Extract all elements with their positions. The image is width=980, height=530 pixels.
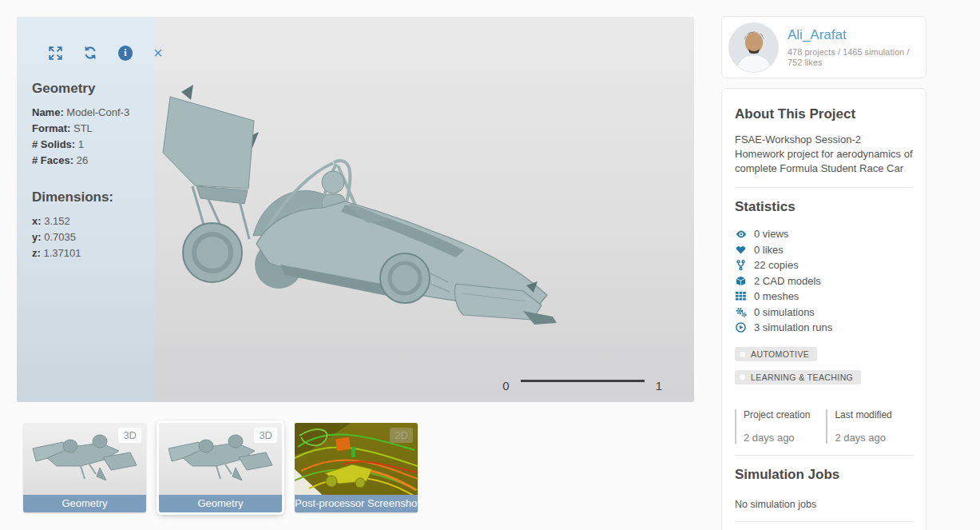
dim-x: x: 3.152 [32, 213, 154, 229]
thumbnail-geometry-2[interactable]: 3D Geometry [159, 423, 282, 512]
thumbnail-strip: 3D Geometry 3D Geometry [23, 423, 418, 512]
thumbnail-caption: Post-processor Screenshot [295, 495, 418, 512]
cube-icon [735, 276, 747, 286]
scale-bar: 0 1 [502, 379, 662, 393]
user-profile-card: Ali_Arafat 478 projects / 1465 simulatio… [721, 16, 926, 78]
front-wheel [380, 253, 430, 303]
badge-3d: 3D [254, 428, 277, 443]
wing-fin [181, 85, 193, 100]
thumbnail-postprocessor[interactable]: 2D Post-processor Screenshot [295, 423, 418, 512]
divider [735, 187, 913, 188]
refresh-icon[interactable] [83, 46, 97, 60]
field-faces: # Faces: 26 [32, 153, 154, 169]
stat-cad-models: 2 CAD models [735, 273, 913, 289]
statistics-heading: Statistics [735, 199, 913, 215]
field-solids: # Solids: 1 [32, 137, 154, 153]
race-car-model[interactable] [159, 82, 558, 330]
geometry-viewer[interactable]: i × Geometry Name: Model-Conf-3 Format: … [17, 17, 694, 402]
thumbnail-caption: Geometry [23, 495, 146, 512]
panel-title: Geometry [32, 81, 154, 97]
tag-learning-teaching[interactable]: LEARNING & TEACHING [735, 370, 861, 385]
close-icon[interactable]: × [153, 46, 163, 60]
about-heading: About This Project [735, 106, 913, 122]
eye-icon [735, 229, 747, 240]
badge-2d: 2D [390, 428, 413, 443]
profile-stats: 478 projects / 1465 simulation / 752 lik… [788, 47, 917, 67]
dim-y: y: 0.7035 [32, 229, 154, 245]
field-format: Format: STL [32, 121, 154, 137]
simulation-jobs-heading: Simulation Jobs [735, 467, 913, 483]
stat-views: 0 views [735, 226, 913, 242]
fullscreen-icon[interactable] [49, 46, 62, 60]
thumbnail-caption: Geometry [159, 495, 282, 512]
stat-simulations: 0 simulations [735, 305, 913, 321]
geometry-fields: Name: Model-Conf-3 Format: STL # Solids:… [32, 105, 154, 169]
stat-likes: 0 likes [735, 242, 913, 258]
fork-icon [735, 260, 747, 270]
statistics-list: 0 views 0 likes 22 copies 2 CAD models 0 [735, 226, 913, 336]
info-icon[interactable]: i [118, 46, 133, 60]
divider [735, 521, 913, 522]
field-name: Name: Model-Conf-3 [32, 105, 154, 121]
no-simulation-jobs-text: No simulation jobs [735, 499, 913, 510]
geometry-info-panel: i × Geometry Name: Model-Conf-3 Format: … [17, 17, 154, 402]
stat-simulation-runs: 3 simulation runs [735, 320, 913, 336]
avatar[interactable] [728, 22, 779, 73]
dim-z: z: 1.37101 [32, 245, 154, 261]
project-description: FSAE-Workshop Session-2 Homework project… [735, 133, 913, 176]
dimension-fields: x: 3.152 y: 0.7035 z: 1.37101 [32, 213, 154, 261]
badge-3d: 3D [118, 428, 141, 443]
thumbnail-geometry-1[interactable]: 3D Geometry [23, 423, 146, 512]
driver-helmet [322, 171, 344, 193]
divider [735, 455, 913, 456]
project-dates: Project creation 2 days ago Last modifie… [735, 409, 913, 444]
project-info-card: About This Project FSAE-Workshop Session… [721, 88, 926, 530]
tag-dot [740, 374, 745, 380]
heart-icon [735, 245, 747, 255]
tag-list: AUTOMOTIVE LEARNING & TEACHING [735, 346, 913, 392]
grid-icon [735, 292, 747, 301]
last-modified: Last modified 2 days ago [826, 409, 891, 444]
profile-name-link[interactable]: Ali_Arafat [788, 27, 847, 43]
stat-meshes: 0 meshes [735, 289, 913, 305]
play-circle-icon [735, 322, 747, 333]
gears-icon [735, 307, 747, 317]
scale-max-label: 1 [656, 379, 662, 393]
scale-min-label: 0 [502, 379, 509, 393]
tag-dot [740, 352, 745, 357]
stat-copies: 22 copies [735, 257, 913, 273]
scale-line [521, 380, 645, 382]
project-creation: Project creation 2 days ago [735, 409, 810, 444]
dimensions-title: Dimensions: [32, 189, 154, 205]
tag-automotive[interactable]: AUTOMOTIVE [735, 347, 817, 361]
